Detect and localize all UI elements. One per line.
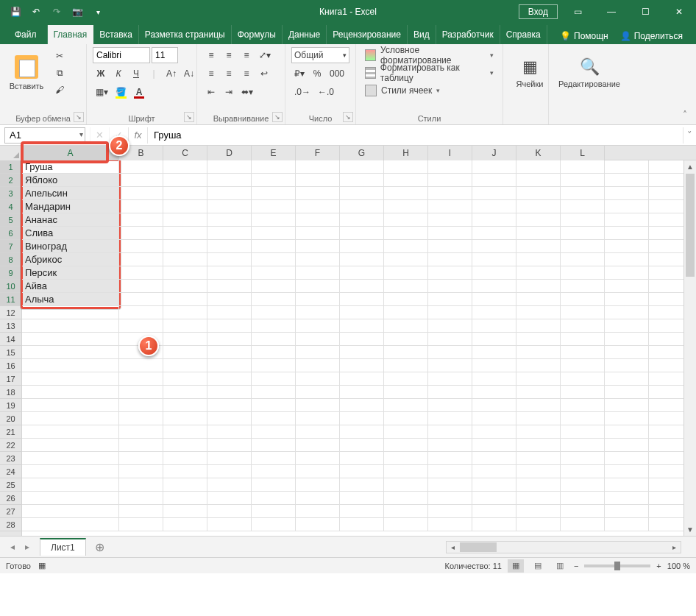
column-header-J[interactable]: J (472, 146, 516, 160)
cell[interactable] (163, 306, 207, 319)
vscroll-thumb[interactable] (686, 174, 695, 277)
cell[interactable] (252, 200, 296, 213)
cell[interactable] (516, 266, 561, 280)
cell[interactable] (561, 492, 605, 505)
cell[interactable] (384, 465, 428, 478)
cell[interactable] (119, 399, 163, 412)
cell[interactable] (252, 280, 296, 293)
cell[interactable] (384, 399, 428, 412)
cell[interactable] (296, 425, 340, 439)
row-header[interactable]: 15 (0, 346, 21, 359)
cell[interactable] (384, 160, 428, 174)
cell[interactable] (207, 213, 252, 227)
cell[interactable] (605, 200, 649, 213)
tab-insert[interactable]: Вставка (93, 25, 139, 44)
cell[interactable] (561, 346, 605, 359)
cell[interactable] (428, 346, 472, 359)
cell[interactable] (516, 333, 561, 346)
cell[interactable] (561, 200, 605, 213)
tab-home[interactable]: Главная (48, 25, 94, 44)
increase-indent-icon[interactable]: ⇥ (221, 84, 237, 100)
cell[interactable] (472, 293, 516, 306)
cell[interactable] (163, 333, 207, 346)
cell[interactable] (296, 346, 340, 359)
cell[interactable] (561, 359, 605, 372)
cell[interactable] (605, 505, 649, 518)
cell[interactable]: Апельсин (22, 187, 119, 200)
cell[interactable] (561, 452, 605, 465)
cell[interactable] (561, 399, 605, 412)
cell[interactable] (472, 227, 516, 240)
cell[interactable] (296, 333, 340, 346)
cell[interactable] (561, 306, 605, 319)
cell[interactable] (384, 280, 428, 293)
cell[interactable] (340, 465, 384, 478)
cell[interactable] (561, 227, 605, 240)
cell[interactable] (340, 518, 384, 531)
cell[interactable] (119, 306, 163, 319)
column-header-L[interactable]: L (561, 146, 605, 160)
cell[interactable] (340, 187, 384, 200)
cell[interactable] (472, 452, 516, 465)
font-size-input[interactable] (152, 47, 178, 63)
hscroll-thumb[interactable] (460, 542, 497, 552)
cell[interactable] (163, 386, 207, 399)
cell[interactable] (163, 399, 207, 412)
cell[interactable] (163, 266, 207, 280)
cell[interactable] (207, 293, 252, 306)
cell[interactable] (207, 240, 252, 253)
cell[interactable] (428, 386, 472, 399)
cell[interactable] (605, 187, 649, 200)
cell[interactable] (119, 452, 163, 465)
column-header-I[interactable]: I (428, 146, 472, 160)
cell[interactable] (605, 293, 649, 306)
cell[interactable] (472, 439, 516, 452)
row-header[interactable]: 9 (0, 266, 21, 280)
row-header[interactable]: 17 (0, 372, 21, 386)
number-dialog-launcher[interactable]: ↘ (343, 112, 353, 122)
cell[interactable] (252, 425, 296, 439)
row-header[interactable]: 11 (0, 293, 21, 306)
cell[interactable] (22, 518, 119, 531)
align-left-icon[interactable]: ≡ (203, 66, 219, 82)
cell[interactable] (119, 240, 163, 253)
cell[interactable] (163, 253, 207, 266)
cell[interactable] (163, 200, 207, 213)
cell[interactable] (472, 478, 516, 492)
cell[interactable] (516, 187, 561, 200)
fill-color-icon[interactable]: 🪣 (113, 84, 129, 100)
sheet-nav-first-icon[interactable]: ◂ (6, 540, 19, 553)
cell[interactable] (340, 174, 384, 187)
cell[interactable] (207, 386, 252, 399)
cell[interactable] (384, 412, 428, 425)
column-header-E[interactable]: E (252, 146, 296, 160)
bold-button[interactable]: Ж (93, 66, 109, 82)
cell[interactable] (561, 333, 605, 346)
cell[interactable] (561, 187, 605, 200)
cell[interactable] (340, 412, 384, 425)
cell[interactable] (516, 359, 561, 372)
column-header-F[interactable]: F (296, 146, 340, 160)
cell[interactable] (472, 200, 516, 213)
cell[interactable] (163, 452, 207, 465)
row-header[interactable]: 6 (0, 227, 21, 240)
conditional-formatting-button[interactable]: Условное форматирование▾ (362, 47, 497, 63)
scroll-down-icon[interactable]: ▼ (684, 523, 696, 536)
cell[interactable] (163, 227, 207, 240)
cell[interactable] (561, 293, 605, 306)
clipboard-dialog-launcher[interactable]: ↘ (74, 112, 84, 122)
expand-formula-bar-icon[interactable]: ˅ (683, 127, 696, 144)
cell[interactable] (119, 505, 163, 518)
cell[interactable] (428, 518, 472, 531)
cell[interactable] (163, 478, 207, 492)
cell[interactable] (119, 174, 163, 187)
cell[interactable] (428, 359, 472, 372)
cell[interactable] (340, 253, 384, 266)
cell[interactable] (119, 425, 163, 439)
cell[interactable] (561, 465, 605, 478)
cell[interactable] (163, 505, 207, 518)
cell[interactable] (561, 160, 605, 174)
cell[interactable] (516, 465, 561, 478)
align-bottom-icon[interactable]: ≡ (238, 47, 255, 63)
cell[interactable] (605, 253, 649, 266)
